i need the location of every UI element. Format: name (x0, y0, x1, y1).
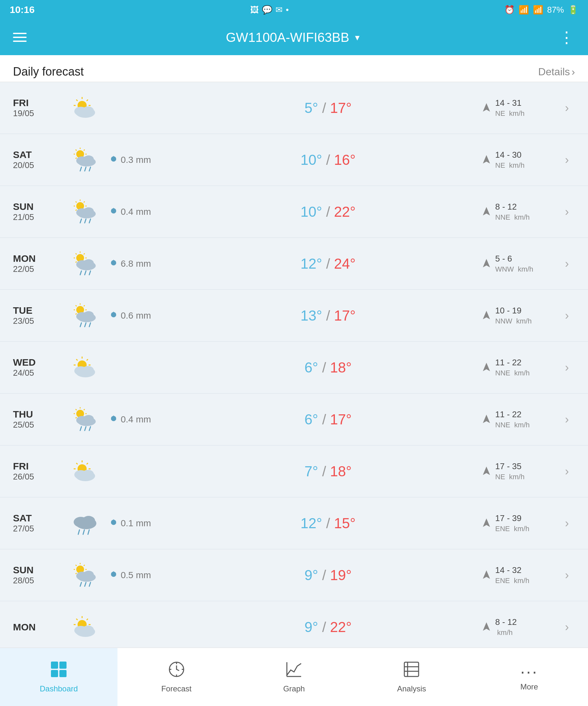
forecast-row[interactable]: WED 24/05 6° / 18° (0, 342, 588, 394)
temp-low: 6° (304, 411, 318, 427)
app-header: GW1100A-WIFI63BB ▾ ⋮ (0, 19, 588, 55)
email-icon: ✉ (275, 5, 283, 15)
nav-graph[interactable]: Graph (235, 648, 353, 706)
weather-icon (58, 303, 110, 329)
svg-line-112 (89, 427, 90, 431)
temp-separator: / (322, 463, 330, 479)
temp-separator: / (322, 359, 330, 376)
svg-line-146 (76, 573, 77, 574)
svg-line-151 (85, 582, 86, 586)
forecast-row[interactable]: FRI 26/05 7° / 18° (0, 445, 588, 497)
forecast-row[interactable]: FRI 19/05 5° / 17° (0, 82, 588, 134)
day-info: WED 24/05 (13, 357, 58, 378)
forecast-row[interactable]: SUN 28/05 0.5 mm (0, 549, 588, 601)
temp-separator: / (326, 308, 334, 323)
wind-info: 17 - 39 ENE km/h (481, 512, 559, 534)
row-chevron[interactable]: › (559, 516, 575, 530)
temp-low: 5° (304, 100, 318, 116)
menu-button[interactable] (13, 33, 27, 42)
temp-range: 12° / 24° (175, 256, 481, 272)
row-chevron[interactable]: › (559, 205, 575, 219)
row-chevron[interactable]: › (559, 413, 575, 426)
svg-line-72 (76, 305, 77, 306)
svg-point-131 (82, 516, 95, 525)
forecast-row[interactable]: MON 9° / 22° (0, 601, 588, 653)
wind-speed: 17 - 35 (495, 460, 524, 472)
svg-line-54 (76, 253, 77, 254)
svg-marker-48 (483, 207, 490, 215)
row-chevron[interactable]: › (559, 465, 575, 478)
row-chevron[interactable]: › (559, 361, 575, 375)
temp-low: 10° (301, 204, 322, 220)
temp-separator: / (322, 100, 330, 116)
svg-line-57 (76, 262, 77, 263)
temp-range: 13° / 17° (175, 308, 481, 324)
wind-info: 5 - 6 WNW km/h (481, 253, 559, 274)
temp-low: 6° (304, 359, 318, 376)
forecast-row[interactable]: THU 25/05 0.4 mm (0, 394, 588, 445)
temp-high: 18° (330, 463, 352, 479)
svg-marker-12 (483, 103, 490, 112)
svg-line-27 (89, 167, 90, 171)
svg-line-145 (84, 565, 85, 566)
svg-line-90 (76, 359, 78, 360)
day-name: FRI (13, 461, 58, 472)
rain-amount: 0.4 mm (110, 207, 175, 217)
temp-high: 19° (330, 567, 352, 583)
wind-direction: ENE km/h (495, 576, 529, 586)
row-chevron[interactable]: › (559, 153, 575, 167)
forecast-section: Daily forecast Details › FRI 19/05 (0, 55, 588, 653)
svg-line-121 (76, 463, 78, 464)
forecast-row[interactable]: SAT 27/05 0.1 mm 12° / 15° (0, 497, 588, 549)
row-chevron[interactable]: › (559, 568, 575, 582)
station-title[interactable]: GW1100A-WIFI63BB ▾ (226, 30, 359, 45)
more-options-button[interactable]: ⋮ (559, 28, 575, 46)
day-info: FRI 26/05 (13, 461, 58, 482)
day-name: MON (13, 253, 58, 264)
svg-marker-128 (483, 467, 490, 475)
nav-more[interactable]: ··· More (471, 648, 588, 706)
status-right: ⏰ 📶 📶 87% 🔋 (504, 5, 578, 15)
wind-info: 11 - 22 NNE km/h (481, 357, 559, 378)
status-bar: 10:16 🖼 💬 ✉ • ⏰ 📶 📶 87% 🔋 (0, 0, 588, 19)
wind-info: 10 - 19 NNW km/h (481, 305, 559, 326)
row-chevron[interactable]: › (559, 309, 575, 322)
temp-high: 22° (330, 619, 352, 635)
details-link[interactable]: Details › (538, 66, 575, 78)
wind-direction: NE km/h (495, 109, 524, 119)
wind-direction: km/h (495, 628, 517, 638)
status-icons: 🖼 💬 ✉ • (250, 5, 289, 15)
svg-line-74 (84, 305, 85, 306)
svg-line-56 (84, 253, 85, 254)
day-name: WED (13, 357, 58, 368)
svg-rect-180 (404, 662, 419, 676)
temp-high: 22° (334, 204, 356, 220)
forecast-row[interactable]: SUN 21/05 0.4 mm (0, 186, 588, 238)
nav-dashboard[interactable]: Dashboard (0, 648, 117, 706)
temp-low: 10° (301, 152, 322, 168)
wind-speed: 11 - 22 (495, 357, 530, 368)
forecast-row[interactable]: MON 22/05 6.8 mm (0, 238, 588, 290)
svg-line-92 (87, 359, 88, 360)
weather-icon (58, 460, 110, 483)
row-chevron[interactable]: › (559, 620, 575, 634)
forecast-row[interactable]: TUE 23/05 0.6 mm (0, 290, 588, 342)
nav-analysis-label: Analysis (397, 684, 426, 693)
forecast-row[interactable]: SAT 20/05 0.3 mm (0, 134, 588, 186)
temp-high: 15° (334, 515, 356, 531)
wind-info: 8 - 12 km/h (481, 616, 559, 638)
battery-percent: 87% (547, 5, 564, 15)
temp-separator: / (322, 619, 330, 635)
nav-analysis[interactable]: Analysis (353, 648, 470, 706)
weather-icon (58, 356, 110, 379)
forecast-icon (168, 661, 185, 682)
nav-forecast[interactable]: Forecast (117, 648, 235, 706)
day-date: 22/05 (13, 264, 58, 274)
wind-details: 14 - 32 ENE km/h (495, 564, 529, 586)
wind-direction: NNE km/h (495, 420, 530, 430)
temp-separator: / (322, 411, 330, 427)
wind-speed: 17 - 39 (495, 512, 529, 524)
row-chevron[interactable]: › (559, 101, 575, 115)
rain-amount: 0.1 mm (110, 518, 175, 528)
row-chevron[interactable]: › (559, 257, 575, 271)
